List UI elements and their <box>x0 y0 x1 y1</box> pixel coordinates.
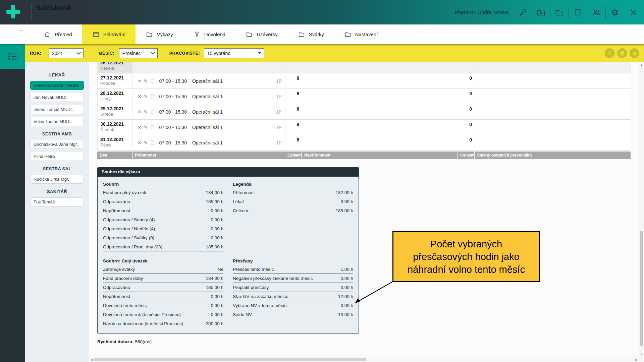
schedule-table: 26.12.2021 Neděle 27.12.2021 Pondělí ✕ ✎ <box>97 62 631 159</box>
print-button[interactable] <box>617 48 627 58</box>
table-footer-header: DenPřítomnostCelkemNepřítomnostCelkemSmě… <box>97 152 631 159</box>
menu-button[interactable] <box>630 48 639 58</box>
vertical-scrollbar[interactable]: ▲ ▼ <box>639 62 644 357</box>
row-day: Neděle <box>100 66 130 71</box>
tab-vykazy[interactable]: Výkazy <box>136 24 183 44</box>
copy-shift-icon[interactable] <box>150 94 155 99</box>
horizontal-scrollbar[interactable]: ◀ ▶ <box>89 357 639 362</box>
scroll-left-arrow[interactable]: ◀ <box>90 358 94 361</box>
sidebar-item-person[interactable]: Jan Novák MUDr. <box>30 93 84 102</box>
page-button[interactable] <box>571 5 585 20</box>
day-cell: 28.12.2021 Úterý <box>98 89 133 104</box>
tab-svatky[interactable]: Svátky <box>288 24 334 44</box>
users-button[interactable] <box>589 5 604 20</box>
sidebar-item-person[interactable]: Hlavička Kazimír MUDr. <box>30 81 84 90</box>
user-name: PharmDr. Ondřej Straka <box>455 9 508 15</box>
header-divider <box>587 6 587 19</box>
tab-dovolena[interactable]: Dovolená <box>183 24 235 44</box>
scroll-down-arrow[interactable]: ▼ <box>639 353 644 356</box>
shift-place: Operační sál 1 <box>192 94 223 99</box>
sidebar-item-person[interactable]: Docházková Jana Mgr. <box>30 140 84 149</box>
row-day: Středa <box>100 112 130 117</box>
summary-panel: Souhrn dle výkazu Souhrn Fond pro plný ú… <box>97 167 359 334</box>
folder-icon <box>344 31 352 38</box>
settings-button[interactable]: ⚙ <box>607 5 622 20</box>
tab-planovani[interactable]: Plánování <box>82 24 136 44</box>
copy-shift-icon[interactable] <box>150 78 155 83</box>
tab-uzaverky[interactable]: Uzávěrky <box>235 24 288 44</box>
year-select[interactable]: 2021 <box>49 48 84 58</box>
scroll-right-arrow[interactable]: ▶ <box>634 358 638 361</box>
summary-section-souhrn: Souhrn Fond pro plný úvazek 184.00 h Odp… <box>103 181 223 251</box>
key-button[interactable] <box>515 5 530 20</box>
sidebar-item-person[interactable]: Pilná Petra <box>30 152 84 161</box>
table-row: 31.12.2021 Pátek ✕ ✎ 07:00 - 15:30 Opera… <box>97 135 631 150</box>
edit-shift-icon[interactable]: ✎ <box>144 79 148 83</box>
edit-shift-icon[interactable]: ✎ <box>144 94 148 99</box>
tab-nastaveni[interactable]: Nastavení <box>334 24 388 44</box>
summary-row: Dovolená tento měsíc 0.00 h <box>103 301 223 310</box>
row-date: 29.12.2021 <box>100 106 130 112</box>
table-row: 29.12.2021 Středa ✕ ✎ 07:00 - 15:30 Oper… <box>97 104 631 120</box>
other-shifts-cell <box>475 104 631 119</box>
sidebar-item-person[interactable]: Jedno Tomáš MUDr. <box>30 105 84 114</box>
summary-body: Souhrn Fond pro plný úvazek 184.00 h Odp… <box>98 177 359 334</box>
tab-prehled[interactable]: Přehled <box>34 24 82 44</box>
staff-list-toggle[interactable] <box>0 44 25 69</box>
printer-icon <box>619 50 625 56</box>
workplace-select[interactable]: 15 vybráno <box>204 48 264 58</box>
folder-button[interactable] <box>552 5 567 20</box>
table-row-partial: 26.12.2021 Neděle <box>97 62 631 73</box>
header-divider <box>550 6 550 19</box>
gear-icon: ⚙ <box>611 8 619 17</box>
day-cell: 27.12.2021 Pondělí <box>98 73 133 88</box>
absence-cell <box>302 73 458 88</box>
presence-cell: ✕ ✎ 07:00 - 15:30 Operační sál 1 1P <box>133 135 285 150</box>
delete-shift-icon[interactable]: ✕ <box>138 110 142 114</box>
row-day: Úterý <box>100 96 130 102</box>
edit-shift-icon[interactable]: ✎ <box>144 125 148 130</box>
absence-total: 0 <box>458 104 475 119</box>
summary-row: Odpracováno / Prac. dny (23) 185.00 h <box>103 242 223 251</box>
month-select[interactable]: Prosinec <box>119 48 158 58</box>
edit-shift-icon[interactable]: ✎ <box>144 110 148 114</box>
vertical-scroll-thumb[interactable] <box>640 231 643 346</box>
scroll-up-arrow[interactable]: ▲ <box>639 63 644 66</box>
sidebar-item-person[interactable]: Ručička Jirka Mgr. <box>30 175 84 184</box>
summary-row: Fond pracovní doby 184.00 h <box>103 274 223 283</box>
footer-column-label: Přítomnost <box>132 152 285 159</box>
summary-row: Zahrnuje svátky Ne <box>103 265 223 274</box>
summary-row: Stav NV na začátku měsíce 12.00 h <box>233 292 353 301</box>
day-cell: 31.12.2021 Pátek <box>98 135 133 150</box>
copy-shift-icon[interactable] <box>150 140 155 145</box>
filter-funnel-button[interactable] <box>605 48 614 58</box>
notes-folder-button[interactable]: N <box>534 5 548 20</box>
copy-shift-icon[interactable] <box>150 109 155 114</box>
shift-tag: 1P <box>276 78 282 84</box>
delete-shift-icon[interactable]: ✕ <box>138 94 142 99</box>
sidebar-item-person[interactable]: Fuk Tomáš <box>30 197 84 206</box>
summary-row: Přítomnost 182.00 h <box>233 188 353 197</box>
funnel-icon <box>193 31 201 38</box>
delete-shift-icon[interactable]: ✕ <box>138 125 142 130</box>
chevron-down-icon <box>151 50 155 55</box>
folder-note-icon: N <box>536 8 546 17</box>
close-app-button[interactable] <box>626 5 641 20</box>
edit-shift-icon[interactable]: ✎ <box>144 140 148 145</box>
app-logo-cross-icon <box>5 4 21 19</box>
summary-row: Odpracováno 185.00 h <box>103 197 223 206</box>
summary-section-prescasy: Přesčasy Přesčas tento měsíc 1.00 h Nega… <box>233 257 353 328</box>
forward-arrow-icon[interactable]: → <box>18 26 23 32</box>
app-title: Salesbook <box>36 4 71 12</box>
horizontal-scroll-thumb[interactable] <box>94 358 366 361</box>
delete-shift-icon[interactable]: ✕ <box>138 79 142 83</box>
copy-shift-icon[interactable] <box>150 125 155 130</box>
month-label: MĚSÍC: <box>99 51 114 56</box>
delete-shift-icon[interactable]: ✕ <box>138 140 142 145</box>
sidebar-item-person[interactable]: Volný Tomáš MUDr. <box>30 117 84 126</box>
sidebar-group-lekar: LÉKAŘ <box>25 72 89 77</box>
row-day: Pátek <box>100 142 130 148</box>
row-date: 31.12.2021 <box>100 137 130 142</box>
filter-bar: ROK: 2021 MĚSÍC: Prosinec PRACOVIŠTĚ: 15… <box>25 44 644 62</box>
shift-tag: 1P <box>276 94 282 99</box>
